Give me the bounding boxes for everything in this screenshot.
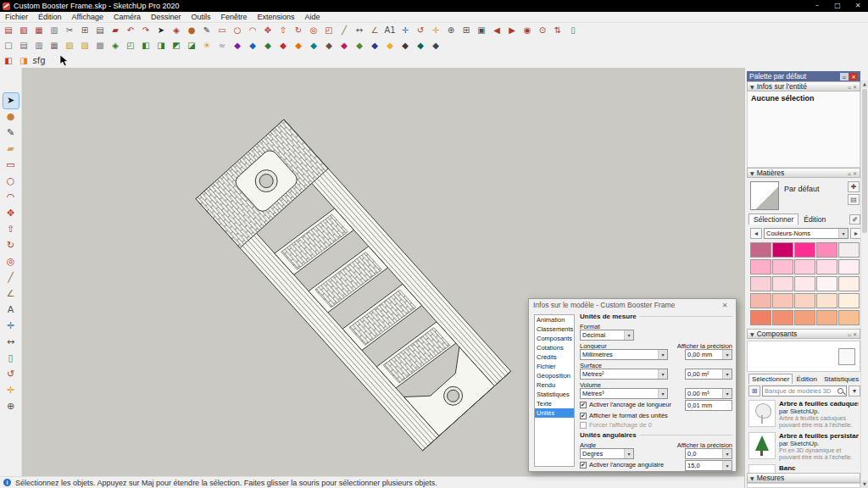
extension-tool-icon-2[interactable]: ◆ bbox=[246, 39, 259, 53]
back-arrow-icon[interactable]: ◂ bbox=[750, 228, 762, 239]
axes-tool-icon[interactable]: ✛ bbox=[398, 24, 412, 37]
info-icon[interactable]: i bbox=[3, 479, 11, 486]
select-tool-icon[interactable]: ➤ bbox=[3, 93, 19, 108]
front-view-icon[interactable]: ◧ bbox=[139, 39, 153, 53]
color-swatch[interactable] bbox=[838, 242, 860, 258]
push-pull-tool-icon[interactable]: ⇧ bbox=[276, 24, 290, 37]
detach-icon[interactable]: ▫ bbox=[848, 170, 851, 176]
eyedropper-icon[interactable]: ✐ bbox=[849, 214, 860, 225]
zoom-tool-icon[interactable]: ⊕ bbox=[444, 24, 458, 37]
components-tab-edit[interactable]: Édition bbox=[793, 374, 820, 384]
angle-snap-checkbox[interactable]: ✔ Activer l'ancrage angulaire bbox=[580, 461, 664, 469]
menu-item[interactable]: Affichage bbox=[67, 12, 108, 23]
make-component-icon[interactable]: ◈ bbox=[170, 24, 183, 37]
text-tool-icon[interactable]: A bbox=[3, 302, 19, 318]
materials-header[interactable]: ▼ Matières ▫✕ bbox=[747, 168, 860, 178]
color-swatch[interactable] bbox=[750, 276, 771, 291]
color-swatch[interactable] bbox=[750, 293, 771, 308]
undo-icon[interactable]: ↶ bbox=[124, 24, 137, 37]
left-view-icon[interactable]: ◪ bbox=[185, 39, 198, 53]
extension-tool-icon-13[interactable]: ◆ bbox=[414, 39, 427, 53]
surface-unit-dropdown[interactable]: Mètres² ▾ bbox=[580, 369, 668, 380]
position-camera-icon[interactable]: ◉ bbox=[520, 24, 534, 37]
menu-item[interactable]: Fichier bbox=[0, 12, 33, 23]
menu-item[interactable]: Caméra bbox=[108, 12, 146, 23]
entity-info-header[interactable]: ▼ Infos sur l'entité ▫✕ bbox=[747, 81, 860, 92]
scale-tool-icon[interactable]: ◰ bbox=[322, 24, 336, 37]
rectangle-tool-icon[interactable]: ▭ bbox=[3, 158, 19, 173]
tape-measure-icon[interactable]: ╱ bbox=[337, 24, 351, 37]
previous-view-icon[interactable]: ◀ bbox=[490, 24, 504, 37]
look-around-icon[interactable]: ⊙ bbox=[536, 24, 549, 37]
color-swatch[interactable] bbox=[794, 259, 815, 274]
close-button[interactable]: ✕ bbox=[848, 0, 868, 12]
model-info-nav-item[interactable]: Unités bbox=[535, 408, 574, 418]
dialog-close-button[interactable]: ✕ bbox=[718, 302, 732, 309]
menu-item[interactable]: Extensions bbox=[253, 12, 300, 23]
search-input[interactable]: Banque de modèles 3D bbox=[762, 385, 847, 396]
close-icon[interactable]: ✕ bbox=[853, 170, 857, 176]
menu-item[interactable]: Dessiner bbox=[146, 12, 186, 23]
extension-tool-icon-10[interactable]: ◆ bbox=[368, 39, 381, 53]
format-dropdown[interactable]: Décimal ▾ bbox=[580, 330, 634, 341]
component-item[interactable]: Arbre à feuilles persistante... par Sket… bbox=[747, 430, 860, 463]
wireframe-style-icon[interactable]: ▥ bbox=[32, 39, 46, 53]
new-file-icon[interactable]: ▤ bbox=[2, 24, 15, 37]
force-zero-checkbox[interactable]: Forcer l'affichage de 0 bbox=[580, 421, 652, 429]
color-swatch[interactable] bbox=[838, 293, 860, 308]
back-view-icon[interactable]: ◩ bbox=[170, 39, 183, 53]
offset-tool-icon[interactable]: ◎ bbox=[307, 24, 320, 37]
detach-icon[interactable]: ▫ bbox=[848, 331, 851, 337]
materials-tab-select[interactable]: Sélectionner bbox=[748, 214, 798, 225]
components-tab-select[interactable]: Sélectionner bbox=[748, 374, 793, 384]
dimension-tool-icon[interactable]: ↔ bbox=[3, 335, 19, 350]
redo-icon[interactable]: ↷ bbox=[139, 24, 153, 37]
orbit-tool-icon[interactable]: ↺ bbox=[414, 24, 427, 37]
3d-text-tool-icon[interactable]: sfg bbox=[32, 54, 46, 68]
components-tab-stats[interactable]: Statistiques bbox=[821, 374, 862, 384]
length-unit-dropdown[interactable]: Millimètres ▾ bbox=[580, 349, 668, 360]
color-swatch[interactable] bbox=[816, 242, 837, 258]
section-plane-icon[interactable]: ▯ bbox=[3, 351, 19, 366]
component-item[interactable]: Banc bbox=[747, 463, 860, 473]
tape-measure-icon[interactable]: ╱ bbox=[3, 270, 19, 286]
circle-tool-icon[interactable]: ○ bbox=[231, 24, 244, 37]
textured-style-icon[interactable]: ▨ bbox=[78, 39, 92, 53]
dialog-titlebar[interactable]: Infos sur le modèle - Custom Booster Fra… bbox=[529, 299, 736, 311]
extension-tool-icon-3[interactable]: ◆ bbox=[261, 39, 275, 53]
model-info-nav-item[interactable]: Fichier bbox=[535, 362, 574, 371]
protractor-tool-icon[interactable]: ∠ bbox=[368, 24, 381, 37]
measures-input[interactable] bbox=[747, 483, 860, 488]
extension-tool-icon-1[interactable]: ◆ bbox=[231, 39, 244, 53]
line-tool-icon[interactable]: ✎ bbox=[200, 24, 214, 37]
view-options-button[interactable]: ⊞ bbox=[748, 385, 760, 396]
materials-tab-edit[interactable]: Édition bbox=[798, 214, 831, 225]
offset-tool-icon[interactable]: ◎ bbox=[3, 254, 19, 269]
color-swatch[interactable] bbox=[772, 276, 793, 291]
section-plane-icon[interactable]: ▯ bbox=[566, 24, 580, 37]
create-material-button[interactable]: ✚ bbox=[848, 181, 860, 192]
length-precision-dropdown[interactable]: 0,00 mm ▾ bbox=[685, 349, 732, 360]
surface-precision-dropdown[interactable]: 0,00 m² ▾ bbox=[685, 369, 732, 380]
extension-tool-icon-4[interactable]: ◆ bbox=[276, 39, 290, 53]
color-swatch[interactable] bbox=[750, 259, 771, 274]
next-view-icon[interactable]: ▶ bbox=[505, 24, 519, 37]
right-view-icon[interactable]: ◨ bbox=[154, 39, 168, 53]
close-icon[interactable]: ✕ bbox=[853, 331, 857, 337]
measures-header[interactable]: ▼ Mesures bbox=[747, 473, 860, 483]
tray-titlebar[interactable]: Palette par défaut ▫ ✕ bbox=[747, 71, 860, 81]
color-swatch[interactable] bbox=[772, 310, 793, 325]
select-tool-icon[interactable]: ➤ bbox=[154, 24, 168, 37]
menu-item[interactable]: Aide bbox=[300, 12, 326, 23]
search-nav-button[interactable]: ▾ bbox=[849, 385, 860, 396]
color-swatch[interactable] bbox=[750, 242, 771, 258]
fog-toggle-icon[interactable]: ≈ bbox=[215, 39, 229, 53]
color-swatch[interactable] bbox=[772, 242, 793, 258]
angle-unit-dropdown[interactable]: Degrés ▾ bbox=[580, 448, 634, 459]
color-swatch[interactable] bbox=[794, 242, 815, 258]
extension-tool-icon-6[interactable]: ◆ bbox=[307, 39, 320, 53]
model-info-nav-item[interactable]: Rendu bbox=[535, 380, 574, 390]
protractor-tool-icon[interactable]: ∠ bbox=[3, 286, 19, 302]
rectangle-tool-icon[interactable]: ▭ bbox=[215, 24, 229, 37]
unit-format-checkbox[interactable]: ✔ Afficher le format des unités bbox=[580, 412, 668, 419]
